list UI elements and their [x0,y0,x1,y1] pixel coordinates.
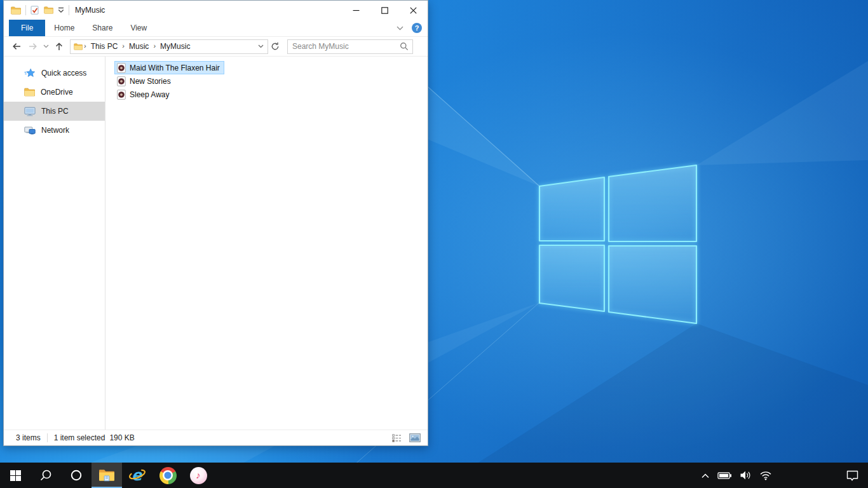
sidebar-item-quick-access[interactable]: Quick access [4,64,105,83]
up-button[interactable] [51,39,67,54]
breadcrumb-music[interactable]: Music [126,42,152,51]
minimize-button[interactable] [342,1,370,20]
properties-check-icon [31,6,39,15]
ribbon-collapse-button[interactable] [397,26,403,30]
file-row[interactable]: Sleep Away [114,88,174,101]
folder-icon [24,88,35,97]
cortana-icon [70,469,83,482]
window-title: MyMusic [75,6,105,15]
action-center-icon [846,470,859,482]
chevron-down-icon [258,44,264,48]
forward-button[interactable] [25,39,41,54]
maximize-button[interactable] [370,1,399,20]
breadcrumb-mymusic[interactable]: MyMusic [157,42,193,51]
internet-explorer-icon: e [128,466,146,484]
qat-new-folder-button[interactable] [44,6,53,14]
tray-spacer [776,475,842,476]
close-button[interactable] [399,1,428,20]
itunes-button[interactable]: ♪ [183,463,214,488]
navigation-pane: Quick access OneDrive This PC Network [4,57,105,430]
taskbar-search-button[interactable] [31,463,61,488]
selection-size: 190 KB [109,433,134,442]
chevron-down-icon [397,26,403,30]
hidden-icons-button[interactable] [697,463,714,488]
tab-home[interactable]: Home [45,20,83,36]
caption-buttons [342,1,428,20]
customize-chevron-icon [58,7,64,14]
volume-icon [740,470,752,480]
refresh-button[interactable] [268,39,282,54]
start-button[interactable] [0,463,31,488]
taskbar: e ♪ [0,463,868,488]
search-icon [39,469,52,482]
tab-view[interactable]: View [121,20,156,36]
system-tray [697,463,868,488]
titlebar-separator [25,5,26,15]
help-button[interactable]: ? [412,23,422,33]
forward-arrow-icon [28,41,38,51]
window-folder-icon [11,6,21,15]
file-name: Maid With The Flaxen Hair [130,64,220,72]
file-name: Sleep Away [130,90,170,99]
refresh-icon [271,42,280,51]
close-icon [410,7,417,14]
internet-explorer-button[interactable]: e [122,463,153,488]
wifi-button[interactable] [756,463,776,488]
itunes-icon: ♪ [190,467,207,484]
chrome-button[interactable] [153,463,183,488]
details-view-icon [392,434,402,442]
chrome-icon [159,467,177,484]
address-bar[interactable]: › This PC › Music › MyMusic [70,39,268,54]
tab-file[interactable]: File [9,20,45,36]
sidebar-item-network[interactable]: Network [4,121,105,140]
file-list[interactable]: Maid With The Flaxen Hair New Stories Sl… [105,57,428,430]
cortana-button[interactable] [61,463,92,488]
quick-access-star-icon [24,68,36,78]
qat-customize-button[interactable] [58,7,64,14]
volume-button[interactable] [736,463,756,488]
sidebar-item-label: Quick access [41,69,86,78]
back-arrow-icon [11,41,22,51]
search-input[interactable] [292,42,400,51]
ribbon-tab-strip: File Home Share View ? [4,20,428,37]
address-dropdown-button[interactable] [256,44,266,48]
breadcrumb-this-pc[interactable]: This PC [88,42,121,51]
taskbar-file-explorer-button[interactable] [92,463,122,488]
chevron-down-icon [43,44,49,48]
qat-properties-button[interactable] [31,6,39,15]
network-icon [24,125,36,135]
file-explorer-icon [98,468,115,482]
breadcrumb-chevron-icon: › [121,42,126,50]
file-explorer-window: MyMusic File Home Share View ? [3,0,428,446]
battery-icon [717,471,732,480]
navigation-bar: › This PC › Music › MyMusic [4,37,428,57]
music-file-icon [117,90,126,100]
sidebar-item-onedrive[interactable]: OneDrive [4,83,105,102]
address-folder-icon [74,43,83,50]
tab-share[interactable]: Share [83,20,121,36]
file-row[interactable]: New Stories [114,74,175,88]
music-file-icon [117,76,126,86]
details-view-button[interactable] [390,431,403,444]
windows-logo [539,165,696,323]
large-icons-view-button[interactable] [408,431,422,444]
titlebar-separator [69,5,69,15]
recent-locations-button[interactable] [41,39,51,54]
breadcrumb-chevron-icon: › [152,42,157,50]
breadcrumb-chevron-icon: › [83,42,88,50]
status-bar: 3 items 1 item selected 190 KB [4,430,428,445]
music-file-icon [117,63,126,73]
file-row[interactable]: Maid With The Flaxen Hair [114,61,224,74]
titlebar[interactable]: MyMusic [4,1,428,20]
wifi-icon [759,470,772,480]
battery-button[interactable] [714,463,736,488]
search-icon[interactable] [400,42,409,51]
search-box [287,39,413,54]
sidebar-item-this-pc[interactable]: This PC [4,102,105,121]
window-content: Quick access OneDrive This PC Network Ma… [4,57,428,430]
file-name: New Stories [130,77,171,86]
sidebar-item-label: Network [41,126,69,135]
back-button[interactable] [8,39,25,54]
action-center-button[interactable] [842,463,868,488]
maximize-icon [381,7,388,14]
